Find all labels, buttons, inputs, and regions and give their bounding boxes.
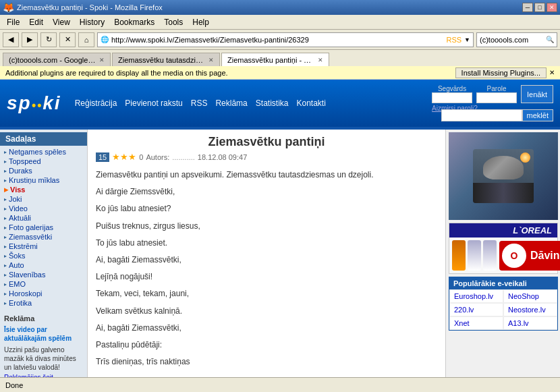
ps-shop-2[interactable]: 220.lv [449,303,503,316]
sidebar-dot-2: ▸ [4,168,7,174]
site-search-button[interactable]: meklēt [522,109,553,121]
menu-edit[interactable]: Edit [25,16,47,28]
rs-photo [449,132,558,220]
officeday-logo: O [502,244,526,268]
site-search-input[interactable] [441,109,522,121]
nav-pievienot[interactable]: Pievienot rakstu [125,99,182,108]
menu-bookmarks[interactable]: Bookmarks [110,16,159,28]
ps-header: Populārākie e-veikali [449,277,557,289]
plugin-close-button[interactable]: ✕ [549,69,555,76]
nav-statistika[interactable]: Statistika [256,99,289,108]
sidebar-label-13: Slavenības [9,271,45,279]
rss-icon[interactable]: RSS [446,36,461,44]
sidebar-item-aktuali[interactable]: ▸ Aktuāli [0,213,87,223]
sidebar-item-viss[interactable]: ▶ Viss [0,185,87,194]
minimize-button[interactable]: ─ [522,3,533,12]
install-plugins-button[interactable]: Install Missing Plugins... [455,67,547,78]
address-bar: 🌐 RSS ▼ [97,32,474,47]
sidebar-dot-12: ▸ [4,262,7,269]
home-button[interactable]: ⌂ [78,32,94,47]
sidebar-item-topspeed[interactable]: ▸ Topspeed [0,157,87,166]
tab-0-close[interactable]: ✕ [99,57,105,63]
search-icon[interactable]: 🔍 [546,36,554,43]
plugin-bar: Additional plugins are required to displ… [0,66,560,80]
sidebar-label-15: Horoskopi [9,289,43,298]
sidebar-arrow-4: ▶ [4,187,8,193]
nav-registracija[interactable]: Reģistrācija [75,99,117,108]
sidebar-item-foto[interactable]: ▸ Foto galerijas [0,223,87,232]
sidebar-label-14: EMO [9,280,26,288]
officeday-ad[interactable]: O Dāvina! [499,241,560,271]
sidebar-dot-1: ▸ [4,159,7,165]
toolbar: ◀ ▶ ↻ ✕ ⌂ 🌐 RSS ▼ 🔍 [0,30,560,50]
sidebar-item-ziemassveetki[interactable]: ▸ Ziemassvētki [0,232,87,242]
nav-rss[interactable]: RSS [191,99,208,108]
address-input[interactable] [111,36,443,44]
segvards-input[interactable] [432,92,472,103]
sidebar-item-auto[interactable]: ▸ Auto [0,260,87,270]
sidebar-label-8: Foto galerijas [9,223,53,231]
sidebar-ad-link[interactable]: Reklamējies šeit [0,373,87,377]
sidebar-ad-text: Uzzini pašu galveno mazāk kā divas minūt… [0,344,87,373]
sidebar-dot-8: ▸ [4,225,7,231]
article-para-0: Ziemasvētku pantiņi un apsveikumi. Ziema… [96,169,437,181]
ps-shop-4[interactable]: Xnet [449,316,503,330]
sidebar-label-7: Aktuāli [9,214,31,222]
sidebar-item-horoskopi[interactable]: ▸ Horoskopi [0,289,87,298]
stop-button[interactable]: ✕ [59,32,76,47]
ps-shop-0[interactable]: Euroshop.lv [449,289,503,303]
tabs-bar: (c)tooools.com - Google m... ✕ Ziemassvē… [0,50,560,66]
login-area: Segvārds Parole Ienākt Aizmirsi paroli? [432,85,553,112]
parole-input[interactable] [476,92,517,103]
sidebar-dot-11: ▸ [4,253,7,259]
tab-0-label: (c)tooools.com - Google m... [9,56,96,64]
lock-icon: 🌐 [101,36,109,43]
maximize-button[interactable]: □ [534,3,545,12]
close-button[interactable]: ✕ [547,3,557,12]
sidebar-item-ekstremi[interactable]: ▸ Ekstrēmi [0,242,87,251]
ps-shop-1[interactable]: NeoShop [503,289,557,303]
site-body: Sadaļas ▸ Netgames spēles ▸ Topspeed ▸ D… [0,130,560,377]
tab-1-close[interactable]: ✕ [208,57,214,63]
sidebar-item-netgames[interactable]: ▸ Netgames spēles [0,147,87,157]
back-button[interactable]: ◀ [3,32,19,47]
ps-shop-5[interactable]: A13.lv [503,316,557,330]
sidebar-item-video[interactable]: ▸ Video [0,204,87,213]
tab-2-close[interactable]: ✕ [318,57,323,63]
firefox-icon: 🦊 [3,2,14,13]
tab-0[interactable]: (c)tooools.com - Google m... ✕ [3,53,111,66]
parole-label: Parole [487,85,507,92]
article-para-4: To jūs labu atnesiet. [96,237,437,250]
loreal-ad[interactable]: L`OREAL O Dāvina! [449,223,558,274]
nav-kontakti[interactable]: Kontakti [296,99,325,108]
sidebar-label-9: Ziemassvētki [9,233,52,241]
sidebar-item-krustword[interactable]: ▸ Krustiņu mīklas [0,175,87,185]
reload-button[interactable]: ↻ [40,32,57,47]
ps-shop-3[interactable]: Neostore.lv [503,303,557,316]
site-logo[interactable]: sp••ki [7,92,61,114]
product-bottle-3 [483,240,497,271]
login-button[interactable]: Ienākt [521,85,553,103]
title-bar: 🦊 Ziemasvētku pantiņi - Spoki - Mozilla … [0,0,560,15]
search-bar: 🔍 [476,32,557,47]
menu-view[interactable]: View [49,16,74,28]
forward-button[interactable]: ▶ [22,32,38,47]
sidebar-label-5: Joki [9,195,22,203]
dropdown-icon[interactable]: ▼ [464,36,470,43]
sidebar-item-joki[interactable]: ▸ Joki [0,194,87,204]
menu-tools[interactable]: Tools [160,16,187,28]
search-input[interactable] [480,36,546,44]
nav-reklama[interactable]: Reklāma [215,99,247,108]
sidebar-ad-title: Īsie video par aktuālākajām spēlēm [0,324,87,344]
sidebar-item-erotika[interactable]: ▸ Erotika [0,298,87,308]
sidebar-item-emo[interactable]: ▸ EMO [0,279,87,289]
menu-help[interactable]: Help [188,16,213,28]
tab-2[interactable]: Ziemassvētku pantiņi - Spoki ✕ [221,53,329,66]
sidebar-item-duraks[interactable]: ▸ Duraks [0,166,87,175]
sidebar-item-soks[interactable]: ▸ Šoks [0,251,87,260]
sidebar-item-slavenibas[interactable]: ▸ Slavenības [0,270,87,279]
sidebar-dot-13: ▸ [4,272,7,278]
menu-history[interactable]: History [76,16,109,28]
tab-1[interactable]: Ziemassvētku tautasdziesmas ✕ [112,53,220,66]
menu-file[interactable]: File [3,16,24,28]
